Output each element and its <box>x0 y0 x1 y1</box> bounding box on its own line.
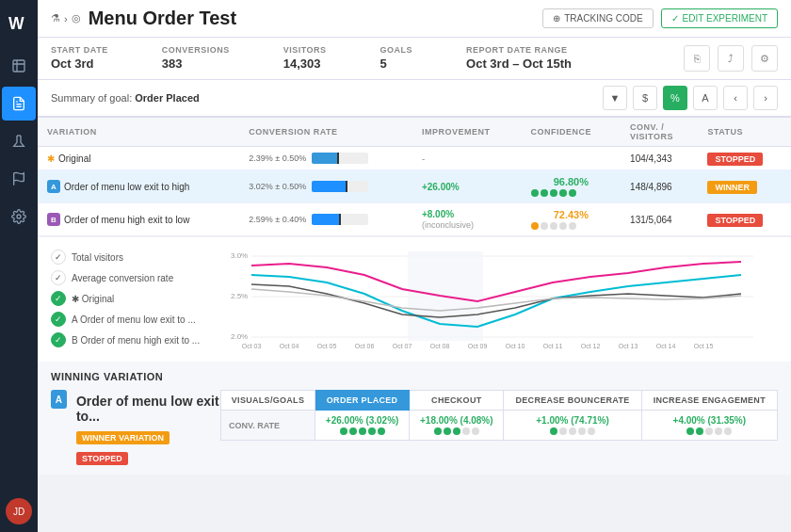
sidebar-item-experiments[interactable] <box>2 49 36 83</box>
page-title: Menu Order Test <box>89 8 236 29</box>
winning-var-name: Order of menu low exit to... <box>76 394 220 424</box>
improvement-value-b: +8.00% <box>422 209 454 219</box>
star-icon: ✱ <box>47 153 55 164</box>
rate-marker-a <box>346 181 347 192</box>
breadcrumb: ⚗ › ◎ <box>51 12 81 24</box>
table-row: ✱ Original 2.39% ± 0.50% - <box>38 147 791 170</box>
th-checkout: CHECKOUT <box>410 391 504 411</box>
experiment-table-container: VARIATION CONVERSION RATE IMPROVEMENT CO… <box>38 117 791 236</box>
filter-icon[interactable]: ▼ <box>603 86 627 110</box>
sidebar-item-beaker[interactable] <box>2 124 36 158</box>
legend-total-visitors: ✓ Total visitors <box>51 247 202 267</box>
th-visuals-goals: VISUALS/GOALS <box>221 391 315 411</box>
chart-legend: ✓ Total visitors ✓ Average conversion ra… <box>51 247 202 352</box>
status-badge-original: STOPPED <box>707 153 763 166</box>
dot-b-3 <box>550 222 557 230</box>
stat-visitors: VISITORS 14,303 <box>283 45 327 71</box>
dollar-icon[interactable]: $ <box>633 86 657 110</box>
svg-text:Oct 07: Oct 07 <box>393 343 412 349</box>
dot-1 <box>531 189 539 197</box>
improvement-value-original: - <box>422 153 425 164</box>
rate-bar-original <box>312 153 368 164</box>
legend-original: ✓ ✱ Original <box>51 288 202 309</box>
rate-marker-original <box>337 153 339 164</box>
percent-icon[interactable]: % <box>663 86 687 110</box>
rate-text-original: 2.39% ± 0.50% <box>249 153 306 163</box>
svg-text:Oct 03: Oct 03 <box>242 343 262 349</box>
legend-label-a: A Order of menu low exit to ... <box>72 314 196 325</box>
status-b: STOPPED <box>698 203 791 236</box>
svg-text:Oct 14: Oct 14 <box>656 343 676 349</box>
confidence-b: 72.43% <box>522 203 622 236</box>
user-icon[interactable]: A <box>693 86 718 110</box>
sidebar-item-reports[interactable] <box>2 87 36 121</box>
table-row: A Order of menu low exit to high 3.02% ±… <box>38 170 791 203</box>
winning-var-letter: A <box>51 390 67 409</box>
page-header: ⚗ › ◎ Menu Order Test ⊕ TRACKING CODE ✓ … <box>38 0 791 38</box>
conv-rate-engagement: +4.00% (31.35%) <box>641 411 777 441</box>
th-variation: VARIATION <box>38 118 239 147</box>
th-conv-visitors: CONV. /VISITORS <box>621 118 698 147</box>
confidence-pct-a: 96.80% <box>531 176 612 187</box>
var-name-a: A Order of menu low exit to high <box>38 170 239 203</box>
share-icon[interactable]: ⤴ <box>718 45 744 72</box>
legend-label-original: ✱ Original <box>72 294 114 304</box>
prev-icon[interactable]: ‹ <box>723 86 748 110</box>
status-badge-a: WINNER <box>707 181 757 194</box>
stat-report-range: REPORT DATE RANGE Oct 3rd – Oct 15th <box>466 45 572 71</box>
experiment-table: VARIATION CONVERSION RATE IMPROVEMENT CO… <box>38 117 791 236</box>
user-avatar[interactable]: JD <box>6 498 32 524</box>
goal-summary: Summary of goal: Order Placed <box>51 92 200 104</box>
tracking-code-button[interactable]: ⊕ TRACKING CODE <box>542 8 653 28</box>
th-improvement: IMPROVEMENT <box>412 118 522 147</box>
dot-b-2 <box>541 222 548 230</box>
confidence-pct-b: 72.43% <box>531 209 612 220</box>
winning-var-detail: A Order of menu low exit to... WINNER VA… <box>51 390 220 465</box>
dot-4 <box>559 189 567 197</box>
breadcrumb-sep: › <box>64 13 68 24</box>
experiment-type-icon: ◎ <box>72 12 81 24</box>
edit-experiment-button[interactable]: ✓ EDIT EXPERIMENT <box>661 8 778 28</box>
sidebar-item-settings[interactable] <box>2 200 36 234</box>
table-row: CONV. RATE +26.00% (3.02%) +18.00% (4.08… <box>221 411 778 441</box>
confidence-a: 96.80% <box>522 170 622 203</box>
next-icon[interactable]: › <box>753 86 778 110</box>
app-logo: W <box>4 8 34 38</box>
status-badge-b: STOPPED <box>707 214 763 227</box>
sidebar-item-flag[interactable] <box>2 162 36 196</box>
var-name-original: ✱ Original <box>38 147 239 170</box>
legend-check-b: ✓ <box>51 332 66 347</box>
svg-point-5 <box>17 215 21 218</box>
legend-check-a: ✓ <box>51 312 66 327</box>
rate-fill-original <box>312 153 337 164</box>
svg-text:Oct 13: Oct 13 <box>619 343 638 349</box>
legend-label-total: Total visitors <box>72 252 123 263</box>
goal-actions: ▼ $ % A ‹ › <box>603 86 778 110</box>
stats-actions: ⎘ ⤴ ⚙ <box>684 45 778 72</box>
dot-3 <box>550 189 557 197</box>
th-confidence: CONFIDENCE <box>522 118 622 147</box>
th-increase-engagement: INCREASE ENGAGEMENT <box>641 391 777 411</box>
goals-table: VISUALS/GOALS ORDER PLACED CHECKOUT DECR… <box>220 390 778 465</box>
conv-rate-checkout: +18.00% (4.08%) <box>410 411 504 441</box>
header-actions: ⊕ TRACKING CODE ✓ EDIT EXPERIMENT <box>542 8 778 28</box>
legend-variation-a: ✓ A Order of menu low exit to ... <box>51 309 202 330</box>
svg-text:W: W <box>8 14 24 33</box>
svg-text:2.5%: 2.5% <box>231 292 248 300</box>
stats-bar: START DATE Oct 3rd CONVERSIONS 383 VISIT… <box>38 38 791 80</box>
rate-bar-b <box>312 214 368 225</box>
dot-5 <box>569 189 576 197</box>
settings-icon[interactable]: ⚙ <box>751 45 778 72</box>
var-name-b: B Order of menu high exit to low <box>38 203 239 236</box>
rate-text-b: 2.59% ± 0.40% <box>249 215 306 224</box>
svg-text:2.0%: 2.0% <box>231 332 248 341</box>
checkmark-icon: ✓ <box>671 13 679 24</box>
conv-visitors-original: 104/4,343 <box>621 147 698 170</box>
sidebar: W JD <box>0 0 38 532</box>
conv-visitors-a: 148/4,896 <box>621 170 698 203</box>
breadcrumb-icon: ⚗ <box>51 12 60 24</box>
copy-icon[interactable]: ⎘ <box>684 45 710 72</box>
svg-text:Oct 06: Oct 06 <box>355 343 375 349</box>
var-badge-b: B <box>47 213 60 226</box>
legend-check-avg: ✓ <box>51 270 66 285</box>
